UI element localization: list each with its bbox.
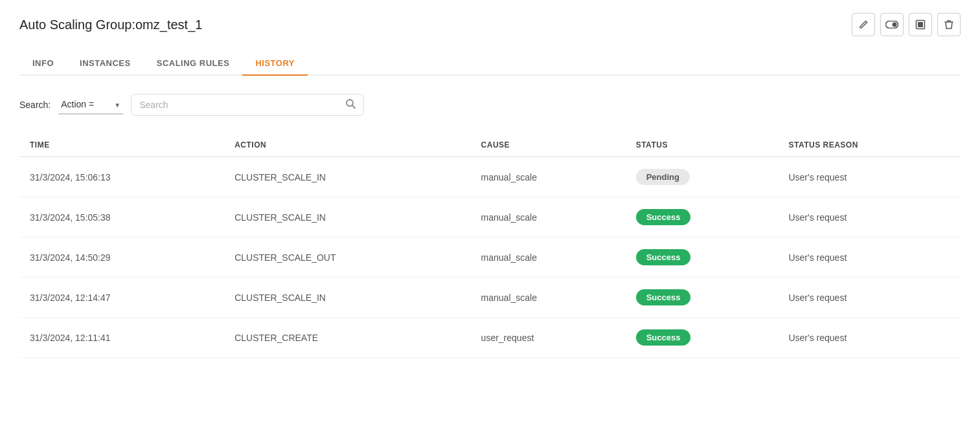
- cell-status-reason: User's request: [778, 278, 961, 318]
- delete-button[interactable]: [937, 13, 961, 36]
- table-row: 31/3/2024, 12:14:47 CLUSTER_SCALE_IN man…: [19, 278, 961, 318]
- cell-status: Success: [626, 318, 779, 358]
- cell-action: CLUSTER_SCALE_IN: [224, 157, 470, 197]
- table-row: 31/3/2024, 14:50:29 CLUSTER_SCALE_OUT ma…: [19, 238, 961, 278]
- tab-info[interactable]: INFO: [19, 52, 67, 76]
- status-badge: Pending: [636, 169, 690, 185]
- table-row: 31/3/2024, 12:11:41 CLUSTER_CREATE user_…: [19, 318, 961, 358]
- status-badge: Success: [636, 249, 691, 265]
- cell-cause: user_request: [471, 318, 626, 358]
- cell-action: CLUSTER_CREATE: [224, 318, 470, 358]
- resize-button[interactable]: [909, 13, 932, 36]
- cell-action: CLUSTER_SCALE_IN: [224, 197, 470, 238]
- cell-status: Success: [626, 278, 779, 318]
- col-status: STATUS: [626, 134, 779, 157]
- header-actions: [852, 13, 961, 36]
- search-input[interactable]: [139, 100, 340, 110]
- cell-status-reason: User's request: [778, 318, 961, 358]
- cell-time: 31/3/2024, 15:06:13: [19, 157, 224, 197]
- tab-scaling-rules[interactable]: SCALING RULES: [144, 52, 243, 76]
- svg-line-5: [352, 105, 355, 108]
- cell-time: 31/3/2024, 15:05:38: [19, 197, 224, 238]
- cell-status-reason: User's request: [778, 238, 961, 278]
- cell-status-reason: User's request: [778, 157, 961, 197]
- toggle-button[interactable]: [880, 13, 904, 36]
- col-cause: CAUSE: [471, 134, 626, 157]
- search-label: Search:: [19, 100, 51, 110]
- svg-rect-3: [918, 22, 923, 27]
- cell-action: CLUSTER_SCALE_OUT: [224, 238, 470, 278]
- tab-history[interactable]: HISTORY: [242, 52, 308, 76]
- cell-cause: manual_scale: [471, 157, 626, 197]
- cell-cause: manual_scale: [471, 238, 626, 278]
- cell-cause: manual_scale: [471, 197, 626, 238]
- col-time: TIME: [19, 134, 224, 157]
- search-filter-wrapper[interactable]: Action = Status = Cause =: [58, 95, 123, 115]
- edit-button[interactable]: [852, 13, 875, 36]
- col-status-reason: STATUS REASON: [778, 134, 961, 157]
- table-row: 31/3/2024, 15:05:38 CLUSTER_SCALE_IN man…: [19, 197, 961, 238]
- table-header-row: TIME ACTION CAUSE STATUS STATUS REASON: [19, 134, 961, 157]
- cell-status-reason: User's request: [778, 197, 961, 238]
- status-badge: Success: [636, 209, 691, 225]
- search-filter-select[interactable]: Action = Status = Cause =: [58, 95, 123, 115]
- page-header: Auto Scaling Group:omz_test_1: [19, 13, 961, 36]
- history-table: TIME ACTION CAUSE STATUS STATUS REASON 3…: [19, 134, 961, 358]
- cell-status: Success: [626, 197, 779, 238]
- cell-time: 31/3/2024, 12:11:41: [19, 318, 224, 358]
- search-icon[interactable]: [345, 98, 356, 111]
- cell-time: 31/3/2024, 12:14:47: [19, 278, 224, 318]
- search-bar: Search: Action = Status = Cause =: [19, 94, 961, 116]
- cell-status: Success: [626, 238, 779, 278]
- cell-status: Pending: [626, 157, 779, 197]
- cell-action: CLUSTER_SCALE_IN: [224, 278, 470, 318]
- search-input-wrapper: [131, 94, 364, 116]
- cell-time: 31/3/2024, 14:50:29: [19, 238, 224, 278]
- status-badge: Success: [636, 289, 691, 305]
- table-row: 31/3/2024, 15:06:13 CLUSTER_SCALE_IN man…: [19, 157, 961, 197]
- status-badge: Success: [636, 329, 691, 346]
- cell-cause: manual_scale: [471, 278, 626, 318]
- col-action: ACTION: [224, 134, 470, 157]
- tab-bar: INFO INSTANCES SCALING RULES HISTORY: [19, 52, 961, 76]
- tab-instances[interactable]: INSTANCES: [67, 52, 144, 76]
- page-title: Auto Scaling Group:omz_test_1: [19, 17, 202, 32]
- svg-point-1: [893, 23, 897, 27]
